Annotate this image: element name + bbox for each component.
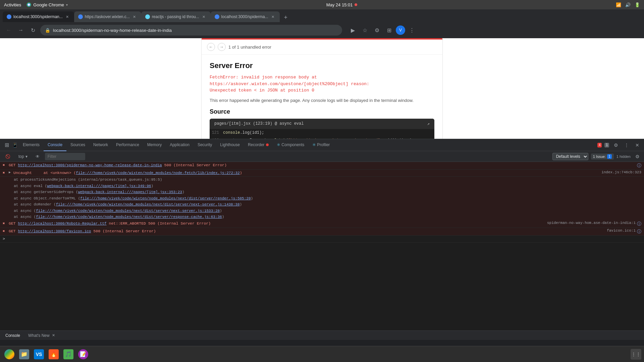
error-overlay: ← → 1 of 1 unhandled error Server Error … bbox=[201, 38, 443, 139]
entry-link-4[interactable]: http://localhost:3000/favicon.ico bbox=[18, 229, 91, 233]
profile-button[interactable]: V bbox=[396, 25, 405, 35]
console-entry-4: ✖ GET http://localhost:3000/favicon.ico … bbox=[0, 228, 644, 236]
console-settings-button[interactable]: ⚙ bbox=[633, 153, 641, 161]
filter-input[interactable] bbox=[45, 153, 85, 160]
tab-4[interactable]: localhost:3000/spiderma... ✕ bbox=[211, 11, 280, 22]
extensions-button[interactable]: ⚙ bbox=[372, 25, 382, 36]
stack-link-3[interactable]: webpack-back-internal:///pages/[itm].jsx… bbox=[78, 190, 182, 194]
expand-uncaught[interactable]: ▶ bbox=[9, 170, 13, 174]
tab-application[interactable]: Application bbox=[166, 139, 194, 151]
entry-source-uncaught[interactable]: index.js:746cb:323 bbox=[599, 170, 641, 174]
show-live-expressions[interactable]: 👁 bbox=[33, 153, 42, 160]
console-output[interactable]: ✖ GET http://localhost:3000/spiderman-no… bbox=[0, 162, 644, 330]
line-num-122: 122 bbox=[210, 137, 223, 139]
stack-link-7[interactable]: file:///home/vivek/code/wixten/node_modu… bbox=[36, 215, 222, 219]
tab-1-close[interactable]: ✕ bbox=[65, 14, 70, 19]
devtools-close-button[interactable]: ✕ bbox=[633, 141, 641, 149]
devtools-settings-button[interactable]: ⚙ bbox=[612, 141, 620, 149]
warning-badge: 1 bbox=[604, 143, 609, 147]
error-icon-1: ✖ bbox=[3, 163, 7, 167]
back-button[interactable]: ← bbox=[4, 25, 13, 35]
tab-elements[interactable]: Elements bbox=[19, 139, 44, 151]
tab-memory[interactable]: Memory bbox=[143, 139, 166, 151]
error-description: This error happened while generating the… bbox=[210, 98, 434, 103]
taskbar-item-6[interactable]: 📝 bbox=[76, 348, 90, 361]
taskbar-vscode[interactable]: VS bbox=[32, 348, 46, 361]
entry-link-3[interactable]: http://localhost:3000/Roboto-Regular.ttf bbox=[18, 222, 107, 226]
bookmark-button[interactable]: ☆ bbox=[360, 25, 370, 36]
new-tab-button[interactable]: + bbox=[281, 13, 290, 22]
recorder-dot bbox=[266, 143, 269, 146]
reload-button[interactable]: ↻ bbox=[28, 25, 38, 35]
taskbar-item-4[interactable]: 🔥 bbox=[47, 348, 60, 361]
code-line-122: 122 const queryRequest = fetch("https://… bbox=[210, 137, 434, 139]
entry-circle-1[interactable]: ⓘ bbox=[637, 163, 641, 169]
app-menu-arrow[interactable]: ▾ bbox=[66, 3, 68, 7]
code-block: pages/[itm].jsx (123:19) @ async eval ↗ … bbox=[210, 119, 434, 139]
wifi-icon[interactable]: 📶 bbox=[616, 2, 621, 7]
console-prompt-line: > bbox=[0, 236, 644, 243]
error-body: Server Error FetchError: invalid json re… bbox=[202, 55, 442, 139]
tab-2[interactable]: https://askover.wixten.c... ✕ bbox=[74, 11, 141, 22]
prompt-symbol[interactable]: > bbox=[3, 236, 641, 242]
cast-button[interactable]: ▶ bbox=[347, 25, 358, 36]
entry-source-4[interactable]: favicon.ico:1 bbox=[604, 229, 636, 233]
show-apps-button[interactable]: ⋮⋮ bbox=[631, 349, 641, 360]
tab-console[interactable]: Console bbox=[44, 139, 66, 151]
volume-icon[interactable]: 🔊 bbox=[625, 2, 631, 7]
stack-link-2[interactable]: webpack-back-internal:///pages/[itm].jsx… bbox=[47, 184, 151, 188]
tab-lighthouse[interactable]: Lighthouse bbox=[216, 139, 244, 151]
tab-1-title: localhost:3000/spiderman... bbox=[13, 14, 63, 19]
stack-link-6[interactable]: file:///home/vivek/code/wixten/node_modu… bbox=[36, 209, 220, 213]
stack-entry-4: at async Object.renderToHTML (file:///ho… bbox=[0, 195, 644, 202]
tab-network[interactable]: Network bbox=[89, 139, 112, 151]
tab-4-close[interactable]: ✕ bbox=[270, 14, 276, 19]
stack-entry-6: at async (file:///home/vivek/code/wixten… bbox=[0, 208, 644, 214]
bottom-whats-new-tab[interactable]: What's New ✕ bbox=[27, 333, 58, 338]
tab-3[interactable]: reactjs - passing id throu... ✕ bbox=[141, 11, 211, 22]
console-toolbar: 🚫 top ▾ 👁 Default levels 1 Issue: 1 1 hi… bbox=[0, 151, 644, 162]
browser-actions[interactable]: ⊞ bbox=[384, 25, 394, 36]
tab-profiler[interactable]: ⚛Profiler bbox=[308, 139, 334, 151]
error-prev-button[interactable]: ← bbox=[207, 43, 215, 51]
taskbar-files[interactable]: 📁 bbox=[17, 348, 31, 361]
tab-security[interactable]: Security bbox=[194, 139, 216, 151]
entry-link-1[interactable]: http://localhost:3000/spiderman-no-way-h… bbox=[18, 163, 162, 167]
external-link-icon[interactable]: ↗ bbox=[427, 121, 430, 126]
uncaught-link-1[interactable]: file:///home/vivek/code/wixten/node_modu… bbox=[76, 171, 239, 175]
battery-icon[interactable]: 🔋 bbox=[635, 2, 640, 7]
entry-circle-3[interactable]: ⓘ bbox=[637, 221, 641, 227]
stack-link-5[interactable]: file:///home/vivek/code/wixten/node_modu… bbox=[56, 202, 240, 206]
activities-label[interactable]: Activities bbox=[4, 2, 21, 7]
stack-link-4[interactable]: file:///home/vivek/code/wixten/node_modu… bbox=[80, 196, 251, 200]
menu-button[interactable]: ⋮ bbox=[407, 25, 417, 36]
devtools-toggle-button[interactable]: ⊞ bbox=[3, 141, 11, 149]
devtools-device-button[interactable]: 📱 bbox=[11, 141, 19, 149]
omnibox[interactable]: 🔒 localhost:3000/spiderman-no-way-home-r… bbox=[40, 25, 342, 36]
error-next-button[interactable]: → bbox=[218, 43, 226, 51]
levels-select[interactable]: Default levels bbox=[552, 153, 588, 160]
bottom-whats-new-close[interactable]: ✕ bbox=[51, 333, 56, 338]
tab-1[interactable]: localhost:3000/spiderman... ✕ bbox=[3, 11, 74, 22]
tab-recorder[interactable]: Recorder bbox=[244, 139, 273, 151]
forward-button[interactable]: → bbox=[16, 25, 25, 35]
apps-grid-icon: ⋮⋮ bbox=[631, 352, 641, 357]
taskbar-item-5[interactable]: 🎵 bbox=[62, 348, 75, 361]
tab-2-close[interactable]: ✕ bbox=[132, 14, 137, 19]
tab-performance[interactable]: Performance bbox=[112, 139, 143, 151]
chrome-favicon-icon bbox=[26, 2, 31, 7]
stack-entry-3: at async getServerSideProps (webpack-bac… bbox=[0, 189, 644, 195]
entry-circle-4[interactable]: ⓘ bbox=[637, 229, 641, 235]
entry-text-1: GET http://localhost:3000/spiderman-no-w… bbox=[9, 163, 636, 168]
bottom-console-tab[interactable]: Console bbox=[4, 333, 21, 338]
clear-console-button[interactable]: 🚫 bbox=[3, 153, 13, 160]
tab-3-close[interactable]: ✕ bbox=[201, 14, 207, 19]
entry-source-3[interactable]: spiderman-no-way-hom.ase-date-in-india:1 bbox=[544, 221, 636, 225]
devtools-more-button[interactable]: ⋮ bbox=[623, 141, 631, 149]
source-title: Source bbox=[210, 108, 434, 115]
taskbar-chrome[interactable] bbox=[3, 348, 16, 361]
tab-sources[interactable]: Sources bbox=[66, 139, 89, 151]
context-arrow-icon: ▾ bbox=[25, 154, 28, 159]
top-context-selector[interactable]: top ▾ bbox=[16, 153, 30, 160]
tab-components[interactable]: ⚛Components bbox=[273, 139, 308, 151]
